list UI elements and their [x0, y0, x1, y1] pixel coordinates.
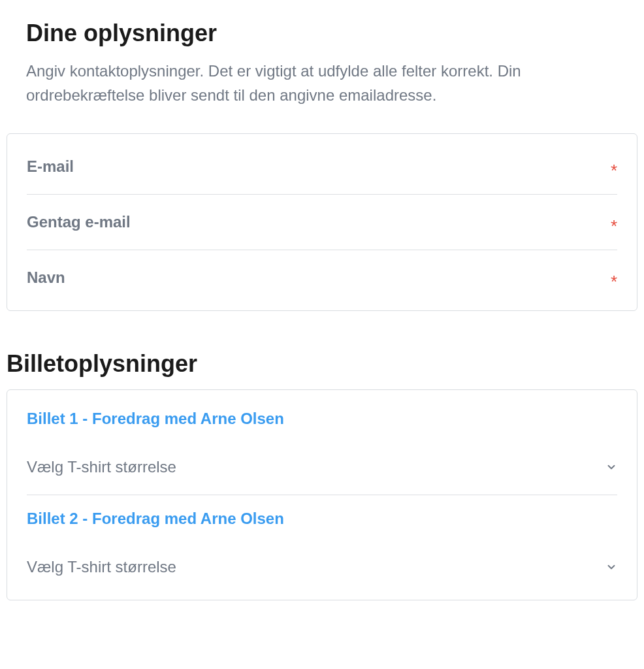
- ticket-title: Billet 1 - Foredrag med Arne Olsen: [27, 395, 617, 440]
- required-indicator: *: [611, 273, 617, 290]
- tshirt-size-select[interactable]: Vælg T-shirt størrelse: [27, 440, 617, 495]
- tshirt-size-label: Vælg T-shirt størrelse: [27, 458, 176, 476]
- contact-section: Dine oplysninger Angiv kontaktoplysninge…: [7, 20, 637, 311]
- email-field[interactable]: E-mail *: [27, 139, 617, 195]
- name-label: Navn: [27, 269, 65, 287]
- chevron-down-icon: [605, 561, 617, 573]
- tickets-card: Billet 1 - Foredrag med Arne Olsen Vælg …: [7, 389, 637, 600]
- contact-heading: Dine oplysninger: [26, 20, 637, 47]
- email-label: E-mail: [27, 157, 74, 176]
- email-repeat-field[interactable]: Gentag e-mail *: [27, 195, 617, 250]
- ticket-item: Billet 2 - Foredrag med Arne Olsen Vælg …: [27, 495, 617, 595]
- chevron-down-icon: [605, 461, 617, 473]
- tickets-section: Billetoplysninger Billet 1 - Foredrag me…: [7, 350, 637, 600]
- contact-subtext: Angiv kontaktoplysninger. Det er vigtigt…: [26, 59, 618, 107]
- ticket-item: Billet 1 - Foredrag med Arne Olsen Vælg …: [27, 395, 617, 495]
- tickets-heading: Billetoplysninger: [7, 350, 637, 378]
- tshirt-size-select[interactable]: Vælg T-shirt størrelse: [27, 540, 617, 595]
- contact-card: E-mail * Gentag e-mail * Navn *: [7, 133, 637, 311]
- tshirt-size-label: Vælg T-shirt størrelse: [27, 558, 176, 576]
- ticket-title: Billet 2 - Foredrag med Arne Olsen: [27, 495, 617, 540]
- name-field[interactable]: Navn *: [27, 250, 617, 305]
- required-indicator: *: [611, 218, 617, 235]
- required-indicator: *: [611, 162, 617, 179]
- email-repeat-label: Gentag e-mail: [27, 213, 131, 231]
